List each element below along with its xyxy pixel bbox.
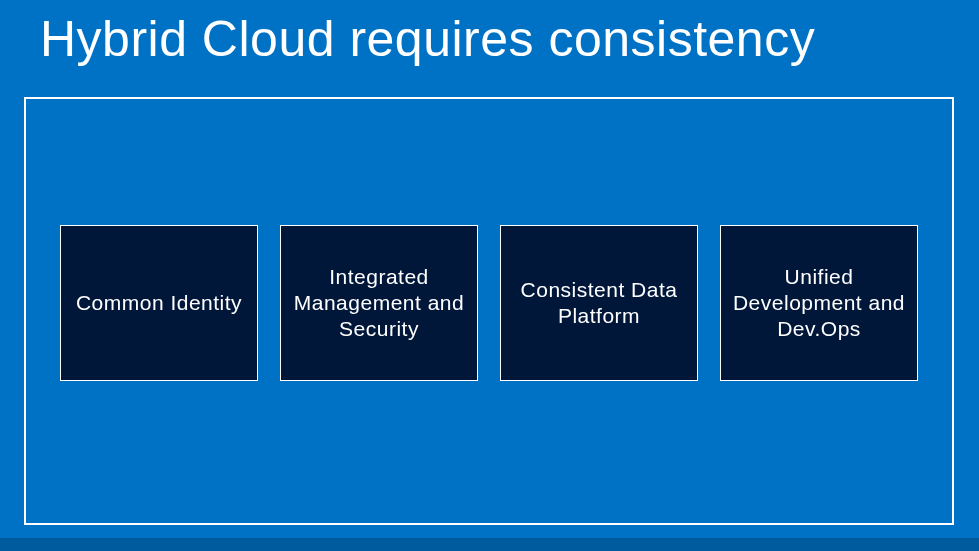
card-label: Integrated Management and Security [291,264,467,343]
content-container: Common Identity Integrated Management an… [24,97,954,525]
card-unified-development-devops: Unified Development and Dev.Ops [720,225,918,381]
slide-title: Hybrid Cloud requires consistency [40,10,815,68]
card-common-identity: Common Identity [60,225,258,381]
card-label: Consistent Data Platform [511,277,687,330]
card-consistent-data-platform: Consistent Data Platform [500,225,698,381]
card-label: Common Identity [76,290,242,316]
bottom-accent-bar [0,538,979,551]
card-label: Unified Development and Dev.Ops [731,264,907,343]
card-integrated-management-security: Integrated Management and Security [280,225,478,381]
cards-row: Common Identity Integrated Management an… [26,225,952,381]
